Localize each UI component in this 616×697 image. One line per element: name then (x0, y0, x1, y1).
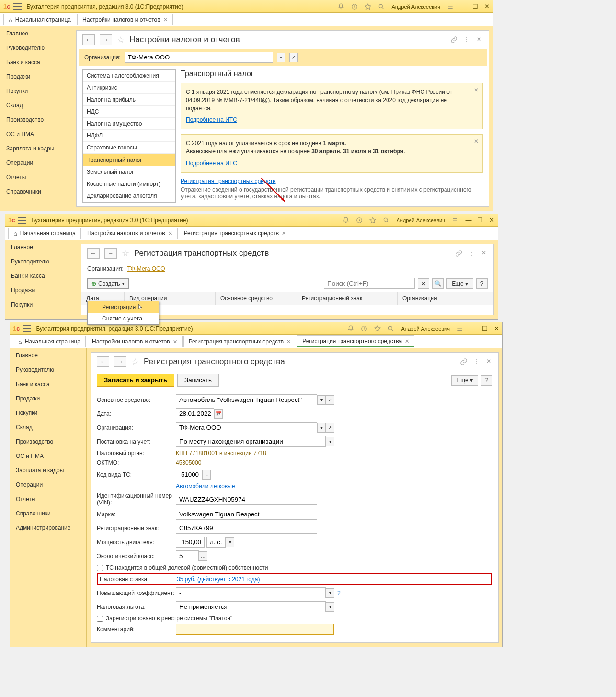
asset-input[interactable] (176, 394, 317, 405)
user-menu-icon[interactable] (452, 217, 458, 224)
help-icon[interactable]: ? (337, 590, 341, 596)
star-icon[interactable] (369, 217, 376, 224)
save-close-button[interactable]: Записать и закрыть (97, 374, 174, 387)
tab-close-icon[interactable]: ✕ (163, 17, 168, 23)
create-button[interactable]: ⊕ Создать ▾ (87, 278, 129, 289)
dropdown-icon[interactable]: ▾ (326, 588, 334, 598)
tab-registration-form[interactable]: Регистрация транспортного средства✕ (297, 335, 414, 347)
tab-home[interactable]: Начальная страница (3, 14, 76, 25)
save-button[interactable]: Записать (177, 374, 219, 387)
user-name[interactable]: Андрей Алексеевич (391, 4, 440, 10)
rate-link[interactable]: 35 руб. (действует с 2021 года) (177, 576, 260, 583)
open-icon[interactable]: ↗ (289, 53, 298, 62)
sidebar-item[interactable]: Главное (10, 348, 86, 363)
sidebar-item[interactable]: Производство (0, 113, 72, 127)
tab-tax-settings[interactable]: Настройки налогов и отчетов✕ (87, 336, 183, 347)
eco-input[interactable] (176, 550, 199, 561)
sidebar-item[interactable]: Покупки (0, 84, 72, 98)
search-icon[interactable] (383, 217, 389, 224)
org-value-link[interactable]: ТФ-Мега ООО (127, 265, 165, 272)
more-button[interactable]: Еще ▾ (446, 278, 473, 289)
favorite-star-icon[interactable]: ☆ (122, 248, 129, 259)
org-input[interactable] (176, 422, 317, 433)
th-plate[interactable]: Регистрационный знак (297, 292, 398, 305)
sidebar-item[interactable]: Банк и касса (5, 269, 77, 283)
nav-item[interactable]: НДФЛ (83, 130, 175, 142)
maximize-icon[interactable]: ☐ (477, 217, 483, 224)
code-input[interactable] (176, 469, 202, 480)
bell-icon[interactable] (342, 217, 349, 224)
sidebar-item[interactable]: Руководителю (10, 363, 86, 377)
calendar-icon[interactable]: 📅 (214, 409, 223, 419)
sidebar-item[interactable]: ОС и НМА (0, 127, 72, 141)
tab-home[interactable]: Начальная страница (8, 228, 81, 239)
dropdown-icon[interactable]: ▾ (277, 53, 285, 62)
close-icon[interactable]: ✕ (488, 217, 495, 224)
ellipsis-icon[interactable]: … (202, 470, 211, 480)
minimize-icon[interactable]: — (465, 217, 472, 224)
tab-tax-settings[interactable]: Настройки налогов и отчетов✕ (77, 14, 173, 25)
sidebar-item[interactable]: Продажи (5, 283, 77, 297)
tab-registration-list[interactable]: Регистрация транспортных средств✕ (179, 228, 292, 239)
platon-checkbox[interactable] (97, 616, 103, 622)
nav-item[interactable]: Антикризис (83, 82, 175, 94)
nav-item[interactable]: Декларирование алкоголя (83, 190, 175, 202)
close-icon[interactable]: ✕ (493, 325, 500, 332)
favorite-star-icon[interactable]: ☆ (131, 356, 139, 367)
sidebar-item[interactable]: Справочники (10, 506, 86, 521)
hamburger-icon[interactable] (18, 217, 26, 224)
tab-close-icon[interactable]: ✕ (168, 230, 172, 237)
sidebar-item[interactable]: Продажи (0, 69, 72, 84)
minimize-icon[interactable]: — (470, 325, 477, 332)
power-unit-input[interactable] (206, 537, 226, 548)
plate-input[interactable] (176, 523, 317, 534)
sidebar-item[interactable]: Главное (5, 240, 77, 254)
nav-item[interactable]: Налог на имущество (83, 118, 175, 130)
close-icon[interactable]: ✕ (483, 3, 490, 10)
close-pane-icon[interactable]: ✕ (475, 36, 483, 44)
date-input[interactable] (176, 408, 214, 419)
kebab-icon[interactable]: ⋮ (472, 358, 480, 366)
sidebar-item[interactable]: Операции (0, 156, 72, 170)
sidebar-item[interactable]: Операции (10, 478, 86, 492)
minimize-icon[interactable]: — (460, 3, 467, 10)
sidebar-item[interactable]: Справочники (0, 184, 72, 199)
kebab-icon[interactable]: ⋮ (463, 36, 470, 44)
more-button[interactable]: Еще ▾ (451, 375, 478, 386)
sidebar-item[interactable]: Администрирование (10, 521, 86, 535)
its-link[interactable]: Подробнее на ИТС (186, 116, 237, 123)
history-icon[interactable] (351, 3, 358, 10)
menu-item-unregister[interactable]: Снятие с учета (88, 313, 159, 324)
nav-forward-button[interactable]: → (100, 34, 112, 45)
search-icon[interactable] (378, 3, 385, 10)
bell-icon[interactable] (338, 3, 344, 10)
nav-item[interactable]: Налог на прибыль (83, 94, 175, 106)
nav-back-button[interactable]: ← (97, 356, 109, 367)
tab-close-icon[interactable]: ✕ (286, 339, 291, 345)
dropdown-icon[interactable]: ▾ (326, 437, 334, 446)
open-icon[interactable]: ↗ (326, 395, 334, 405)
user-name[interactable]: Андрей Алексеевич (401, 326, 450, 331)
star-icon[interactable] (374, 325, 381, 332)
maximize-icon[interactable]: ☐ (481, 325, 488, 332)
tab-close-icon[interactable]: ✕ (173, 339, 177, 345)
user-menu-icon[interactable] (447, 3, 454, 10)
favorite-star-icon[interactable]: ☆ (117, 34, 125, 45)
nav-forward-button[interactable]: → (114, 356, 126, 367)
dropdown-icon[interactable]: ▾ (317, 423, 326, 433)
sidebar-item[interactable]: Зарплата и кадры (10, 463, 86, 478)
search-go-icon[interactable]: 🔍 (432, 278, 444, 289)
nav-item[interactable]: НДС (83, 106, 175, 118)
user-menu-icon[interactable] (456, 325, 463, 332)
star-icon[interactable] (365, 3, 371, 10)
nav-item[interactable]: Косвенные налоги (импорт) (83, 178, 175, 190)
dropdown-icon[interactable]: ▾ (226, 537, 234, 547)
sidebar-item[interactable]: Производство (10, 434, 86, 449)
sidebar-item[interactable]: ОС и НМА (10, 449, 86, 463)
tab-registration-list[interactable]: Регистрация транспортных средств✕ (183, 336, 297, 347)
hamburger-icon[interactable] (13, 3, 22, 10)
power-input[interactable] (176, 537, 205, 548)
sidebar-item[interactable]: Зарплата и кадры (0, 141, 72, 156)
nav-item[interactable]: Система налогообложения (83, 70, 175, 82)
history-icon[interactable] (361, 325, 367, 332)
